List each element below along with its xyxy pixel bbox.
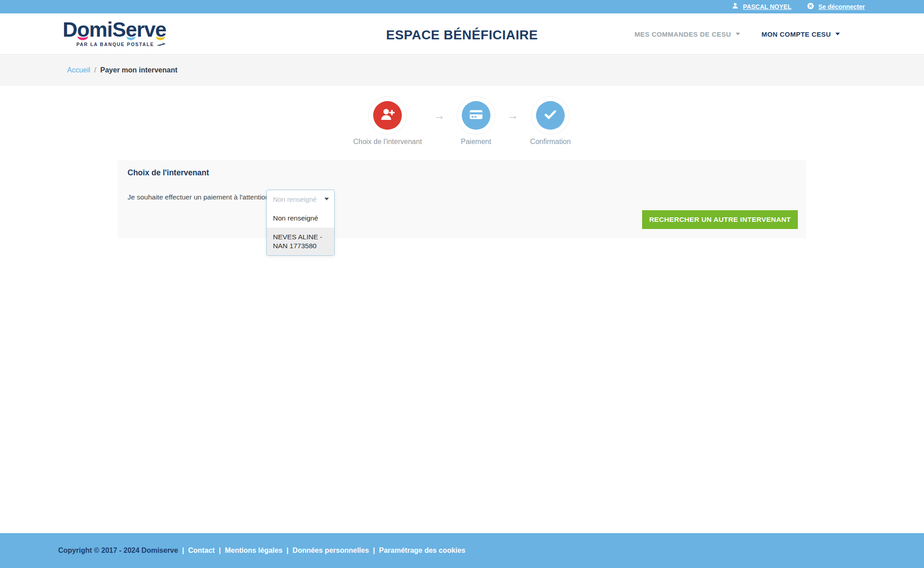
breadcrumb-home-link[interactable]: Accueil (67, 66, 90, 74)
footer-link-mentions-legales[interactable]: Mentions légales (225, 547, 282, 555)
check-icon (542, 106, 558, 124)
chevron-down-icon (324, 198, 329, 200)
logout-link[interactable]: Se déconnecter (818, 3, 865, 10)
option-non-renseigne[interactable]: Non renseigné (267, 209, 334, 228)
nav-mes-commandes-de-cesu[interactable]: MES COMMANDES DE CESU (634, 30, 740, 38)
payment-stepper: Choix de l'intervenant → Paiement → (0, 96, 924, 146)
step-circle-active (373, 101, 402, 130)
step-paiement: Paiement (457, 96, 495, 146)
search-other-intervenant-button[interactable]: RECHERCHER UN AUTRE INTERVENANT (642, 210, 798, 229)
footer-separator: | (286, 547, 288, 555)
arrow-right-icon: → (434, 110, 445, 121)
user-icon (732, 2, 739, 11)
breadcrumb-current: Payer mon intervenant (100, 66, 178, 74)
chevron-down-icon (736, 33, 740, 35)
topbar: PASCAL NOYEL Se déconnecter (0, 0, 924, 13)
step-circle (462, 101, 490, 130)
user-menu[interactable]: PASCAL NOYEL (732, 2, 791, 11)
header: DomiServe PAR LA BANQUE POSTALE ESPACE B… (0, 13, 924, 55)
footer: Copyright © 2017 - 2024 Domiserve | Cont… (0, 533, 924, 568)
footer-separator: | (373, 547, 375, 555)
footer-link-donnees-personnelles[interactable]: Données personnelles (293, 547, 369, 555)
intervenant-select-wrap: Non renseigné Non renseigné NEVES ALINE … (266, 190, 335, 256)
copyright-text: Copyright © 2017 - 2024 Domiserve (58, 547, 178, 555)
logout-icon (807, 2, 814, 12)
user-name-link[interactable]: PASCAL NOYEL (743, 3, 791, 10)
panel-title: Choix de l'intervenant (128, 168, 209, 178)
intervenant-dropdown: Non renseigné Non renseigné NEVES ALINE … (266, 190, 335, 256)
step-choix-intervenant: Choix de l'intervenant (353, 96, 422, 146)
arrow-right-icon: → (507, 110, 519, 121)
step-label: Confirmation (530, 138, 571, 146)
chevron-down-icon (835, 33, 840, 35)
breadcrumb: Accueil / Payer mon intervenant (0, 55, 924, 86)
main-nav: MES COMMANDES DE CESU MON COMPTE CESU (634, 13, 840, 55)
step-circle (536, 101, 565, 130)
credit-card-icon (468, 106, 485, 125)
step-label: Paiement (461, 138, 491, 146)
intervenant-select[interactable]: Non renseigné (267, 190, 334, 208)
step-ring (457, 96, 495, 135)
step-ring (531, 96, 570, 135)
option-neves-aline[interactable]: NEVES ALINE - NAN 1773580 (267, 228, 334, 255)
breadcrumb-separator: / (94, 66, 96, 74)
step-label: Choix de l'intervenant (353, 138, 422, 146)
person-add-icon (379, 106, 396, 124)
select-value: Non renseigné (273, 195, 317, 203)
step-ring (368, 96, 407, 135)
footer-link-contact[interactable]: Contact (188, 547, 215, 555)
choix-intervenant-panel: Choix de l'intervenant Je souhaite effec… (118, 160, 806, 238)
footer-separator: | (219, 547, 221, 555)
footer-link-parametrage-cookies[interactable]: Paramétrage des cookies (379, 547, 465, 555)
footer-separator: | (182, 547, 184, 555)
page: PASCAL NOYEL Se déconnecter DomiServe PA… (0, 0, 924, 568)
intervenant-field-label: Je souhaite effectuer un paiement à l'at… (128, 193, 279, 201)
logout[interactable]: Se déconnecter (807, 2, 865, 12)
nav-mon-compte-cesu[interactable]: MON COMPTE CESU (762, 30, 840, 38)
dropdown-options: Non renseigné NEVES ALINE - NAN 1773580 (267, 208, 334, 255)
step-confirmation: Confirmation (530, 96, 571, 146)
